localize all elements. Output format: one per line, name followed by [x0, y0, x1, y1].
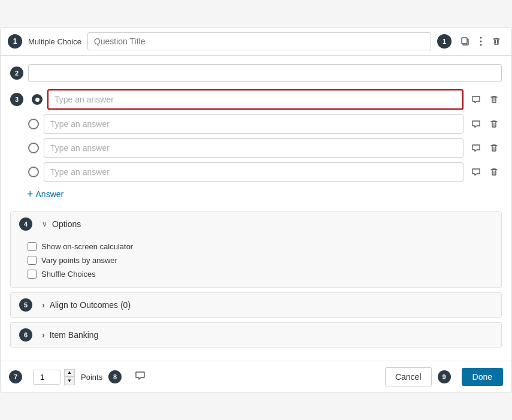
- options-content: Show on-screen calculator Vary points by…: [11, 236, 501, 287]
- header-icons: [458, 35, 504, 48]
- calculator-option-row: Show on-screen calculator: [28, 242, 489, 251]
- trash-icon: [489, 167, 499, 177]
- svg-point-4: [480, 44, 482, 46]
- delete-question-button[interactable]: [489, 35, 504, 48]
- trash-icon: [492, 37, 501, 46]
- answer-4-actions: [468, 165, 502, 179]
- options-title: Options: [52, 219, 81, 229]
- copy-button[interactable]: [458, 35, 473, 48]
- points-label: Points: [81, 373, 102, 382]
- answer-input-1[interactable]: [47, 89, 463, 110]
- answer-input-3[interactable]: [44, 138, 463, 158]
- answer-3-delete-button[interactable]: [486, 141, 502, 155]
- step-8-badge: 8: [108, 370, 122, 383]
- add-answer-row: + Answer: [10, 186, 502, 204]
- align-outcomes-section: 5 › Align to Outcomes (0): [10, 292, 502, 318]
- answer-3-actions: [468, 141, 502, 155]
- quiz-editor: 1 Multiple Choice 1: [0, 27, 512, 393]
- answer-1-comment-button[interactable]: [468, 93, 484, 106]
- align-outcomes-title: Align to Outcomes (0): [50, 300, 131, 310]
- vary-points-label: Vary points by answer: [41, 256, 117, 265]
- vary-points-checkbox[interactable]: [28, 256, 37, 265]
- comment-icon: [471, 167, 481, 177]
- points-input[interactable]: [33, 370, 60, 385]
- radio-3[interactable]: [28, 143, 39, 153]
- answer-row: [10, 114, 502, 134]
- item-banking-title: Item Banking: [50, 330, 99, 340]
- trash-icon: [489, 143, 499, 153]
- options-chevron: ∨: [42, 220, 47, 228]
- copy-icon: [461, 37, 470, 46]
- question-title-input[interactable]: [87, 32, 431, 50]
- comment-icon: [471, 95, 481, 104]
- step-4-badge: 4: [19, 217, 32, 231]
- points-decrement-button[interactable]: ▼: [64, 377, 75, 385]
- question-number-badge: 1: [8, 34, 22, 49]
- editor-footer: 7 ▲ ▼ Points 8 Cancel 9 Done: [1, 361, 511, 392]
- item-banking-chevron: ›: [42, 330, 45, 340]
- more-options-button[interactable]: [477, 35, 485, 48]
- answer-row: 3: [10, 89, 502, 110]
- trash-icon: [489, 119, 499, 129]
- align-outcomes-header[interactable]: 5 › Align to Outcomes (0): [11, 293, 501, 317]
- svg-rect-1: [462, 38, 467, 44]
- answer-row: [10, 138, 502, 158]
- footer-comment-button[interactable]: [132, 369, 148, 385]
- options-section: 4 ∨ Options Show on-screen calculator Va…: [10, 211, 502, 288]
- cancel-button[interactable]: Cancel: [385, 367, 432, 386]
- step-5-badge: 5: [19, 298, 32, 312]
- svg-point-3: [480, 41, 482, 43]
- step-6-badge: 6: [19, 328, 32, 342]
- step-9-badge: 9: [438, 370, 451, 383]
- points-section: ▲ ▼: [33, 369, 75, 385]
- subtitle-input[interactable]: [28, 64, 502, 82]
- step-7-badge: 7: [9, 370, 22, 383]
- comment-icon: [471, 143, 481, 153]
- shuffle-option-row: Shuffle Choices: [28, 270, 489, 279]
- step-2-badge: 2: [10, 67, 23, 80]
- calculator-label: Show on-screen calculator: [41, 242, 133, 251]
- item-banking-section: 6 › Item Banking: [10, 322, 502, 348]
- plus-icon: +: [27, 189, 34, 200]
- answer-2-delete-button[interactable]: [486, 117, 502, 131]
- answer-input-2[interactable]: [44, 114, 463, 134]
- step-3-badge: 3: [10, 93, 23, 106]
- answer-1-badge-wrap: 3: [10, 93, 43, 106]
- radio-2[interactable]: [28, 119, 39, 129]
- shuffle-checkbox[interactable]: [28, 270, 37, 279]
- options-header[interactable]: 4 ∨ Options: [11, 212, 501, 236]
- answer-2-comment-button[interactable]: [468, 117, 484, 131]
- add-answer-label: Answer: [36, 189, 64, 199]
- answer-input-4[interactable]: [44, 162, 463, 182]
- more-icon: [480, 37, 482, 46]
- answer-4-delete-button[interactable]: [486, 165, 502, 179]
- align-outcomes-chevron: ›: [42, 300, 45, 310]
- answer-4-comment-button[interactable]: [468, 165, 484, 179]
- answers-section: 3: [10, 89, 502, 204]
- points-stepper: ▲ ▼: [64, 369, 75, 385]
- answer-row: [10, 162, 502, 182]
- points-increment-button[interactable]: ▲: [64, 369, 75, 377]
- answer-1-delete-button[interactable]: [486, 93, 502, 106]
- item-banking-header[interactable]: 6 › Item Banking: [11, 323, 501, 347]
- radio-4[interactable]: [28, 167, 39, 177]
- header-row: 1 Multiple Choice 1: [1, 28, 511, 56]
- answer-2-actions: [468, 117, 502, 131]
- svg-point-2: [480, 37, 482, 39]
- calculator-checkbox[interactable]: [28, 242, 37, 251]
- title-annotation-badge: 1: [437, 34, 452, 49]
- shuffle-label: Shuffle Choices: [41, 270, 96, 279]
- done-button[interactable]: Done: [462, 368, 503, 386]
- subtitle-row: 2: [10, 64, 502, 82]
- question-type-label: Multiple Choice: [28, 37, 81, 46]
- comment-icon: [135, 370, 146, 381]
- radio-1[interactable]: [32, 94, 43, 105]
- answer-1-actions: [468, 93, 502, 106]
- trash-icon: [489, 95, 499, 104]
- comment-icon: [471, 119, 481, 129]
- answer-3-comment-button[interactable]: [468, 141, 484, 155]
- add-answer-button[interactable]: + Answer: [27, 189, 63, 200]
- vary-points-option-row: Vary points by answer: [28, 256, 489, 265]
- editor-body: 2 3: [1, 56, 511, 361]
